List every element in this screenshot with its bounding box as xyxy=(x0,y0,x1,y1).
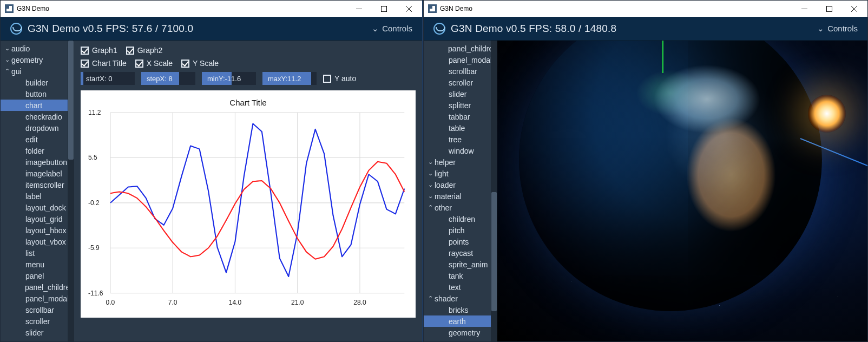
chevron-down-icon: ⌄ xyxy=(372,24,379,34)
tree-item-layout_dock[interactable]: layout_dock xyxy=(1,202,74,213)
tree-item-scrollbar[interactable]: scrollbar xyxy=(1,304,74,315)
tree-item-label: scrollbar xyxy=(11,306,54,314)
tree-item-menu[interactable]: menu xyxy=(1,259,74,270)
tree-item-scroller[interactable]: scroller xyxy=(424,77,497,88)
scrollbar-thumb[interactable] xyxy=(68,41,74,160)
tree-item-loader[interactable]: ⌄loader xyxy=(424,179,497,190)
tree-item-label: menu xyxy=(11,260,44,269)
checkbox-icon xyxy=(81,47,89,55)
tree-item-panel_modal[interactable]: panel_modal xyxy=(424,54,497,65)
tree-item-audio[interactable]: ⌄audio xyxy=(1,43,74,54)
scrollbar-thumb[interactable] xyxy=(491,192,497,311)
maximize-button[interactable] xyxy=(817,1,841,17)
tree-item-geometry[interactable]: ⌄geometry xyxy=(1,54,74,65)
number-slider-3[interactable]: maxY:11.2 xyxy=(262,72,317,85)
sun-light xyxy=(808,95,846,133)
tree-item-helper[interactable]: ⌄helper xyxy=(424,156,497,168)
chevron-down-icon: ⌄ xyxy=(427,170,433,177)
tree-item-sprite_anim[interactable]: sprite_anim xyxy=(424,259,497,270)
tree-item-bricks[interactable]: bricks xyxy=(424,304,497,315)
checkbox-y-auto[interactable]: Y auto xyxy=(323,74,356,83)
tree-item-list[interactable]: list xyxy=(1,247,74,259)
tree-item-checkradio[interactable]: checkradio xyxy=(1,111,74,122)
tree-item-slider[interactable]: slider xyxy=(1,327,74,338)
tree-item-children[interactable]: children xyxy=(424,213,497,225)
checkbox-graph1[interactable]: Graph1 xyxy=(81,46,117,55)
tree-item-text[interactable]: text xyxy=(424,281,497,293)
tree-item-earth[interactable]: earth xyxy=(424,315,497,327)
titlebar-right[interactable]: G3N Demo xyxy=(424,1,867,17)
minimize-button[interactable] xyxy=(792,1,817,17)
tree-item-folder[interactable]: folder xyxy=(1,145,74,156)
tree-item-raycast[interactable]: raycast xyxy=(424,247,497,259)
tree-item-other[interactable]: ⌃other xyxy=(424,202,497,213)
tree-item-label: tank xyxy=(435,272,463,280)
tree-item-geometry[interactable]: geometry xyxy=(424,327,497,338)
tree-item-button[interactable]: button xyxy=(1,88,74,100)
tree-item-layout_vbox[interactable]: layout_vbox xyxy=(1,236,74,247)
x-tick: 7.0 xyxy=(168,299,177,306)
tree-item-tank[interactable]: tank xyxy=(424,270,497,281)
close-button[interactable] xyxy=(841,1,866,17)
tree-item-layout_grid[interactable]: layout_grid xyxy=(1,213,74,225)
tree-item-panel_children[interactable]: panel_children xyxy=(424,43,497,54)
tree-item-tabbar[interactable]: tabbar xyxy=(424,111,497,122)
tree-item-label: panel xyxy=(11,272,44,280)
minimize-button[interactable] xyxy=(346,1,371,17)
tree-item-tree[interactable]: tree xyxy=(424,134,497,145)
tree-item-window[interactable]: window xyxy=(424,145,497,156)
checkbox-x-scale[interactable]: X Scale xyxy=(135,59,173,68)
tree-item-shader[interactable]: ⌃shader xyxy=(424,293,497,304)
x-tick: 14.0 xyxy=(229,299,241,306)
tree-item-gui[interactable]: ⌃gui xyxy=(1,65,74,77)
viewport-3d[interactable] xyxy=(497,41,867,341)
checkbox-graph2[interactable]: Graph2 xyxy=(126,46,163,55)
checkbox-icon xyxy=(126,47,134,55)
checkbox-chart-title[interactable]: Chart Title xyxy=(81,59,127,68)
tree-item-edit[interactable]: edit xyxy=(1,134,74,145)
tree-item-scrollbar[interactable]: scrollbar xyxy=(424,65,497,77)
tree-item-label[interactable]: label xyxy=(1,190,74,202)
tree-item-label: text xyxy=(435,283,461,292)
tree-item-panel_modal[interactable]: panel_modal xyxy=(1,293,74,304)
tree-item-light[interactable]: ⌄light xyxy=(424,168,497,179)
tree-item-label: checkradio xyxy=(11,113,62,121)
tree-item-table[interactable]: table xyxy=(424,122,497,134)
controls-dropdown[interactable]: ⌄ Controls xyxy=(817,24,858,34)
checkbox-y-scale[interactable]: Y Scale xyxy=(181,59,219,68)
tree-item-label: light xyxy=(435,169,449,178)
tree-item-panel[interactable]: panel xyxy=(1,270,74,281)
tree-item-splitter[interactable]: splitter xyxy=(424,100,497,111)
tree-item-scroller[interactable]: scroller xyxy=(1,315,74,327)
tree-item-panel_children[interactable]: panel_children xyxy=(1,281,74,293)
chart-title: Chart Title xyxy=(86,98,410,107)
chevron-down-icon: ⌄ xyxy=(427,181,433,188)
tree-item-slider[interactable]: slider xyxy=(424,88,497,100)
number-slider-1[interactable]: stepX: 8 xyxy=(141,72,195,85)
tree-item-itemscroller[interactable]: itemscroller xyxy=(1,179,74,190)
number-slider-2[interactable]: minY:-11.6 xyxy=(202,72,256,85)
tree-item-chart[interactable]: chart xyxy=(1,100,74,111)
tree-item-material[interactable]: ⌄material xyxy=(424,190,497,202)
titlebar-left[interactable]: G3N Demo xyxy=(1,1,422,17)
tree-item-imagebutton[interactable]: imagebutton xyxy=(1,156,74,168)
number-slider-0[interactable]: startX: 0 xyxy=(81,72,135,85)
tree-item-points[interactable]: points xyxy=(424,236,497,247)
tree-item-builder[interactable]: builder xyxy=(1,77,74,88)
tree-item-label: dropdown xyxy=(11,124,59,133)
app-icon xyxy=(428,4,437,13)
close-button[interactable] xyxy=(396,1,421,17)
tree-item-layout_hbox[interactable]: layout_hbox xyxy=(1,225,74,236)
axis-line-green xyxy=(662,41,663,73)
tree-item-pitch[interactable]: pitch xyxy=(424,225,497,236)
scrollbar-track[interactable] xyxy=(68,41,74,341)
scrollbar-track[interactable] xyxy=(491,41,497,341)
y-tick: 5.5 xyxy=(88,154,97,161)
tree-item-label: shader xyxy=(435,294,458,303)
maximize-button[interactable] xyxy=(371,1,396,17)
tree-item-dropdown[interactable]: dropdown xyxy=(1,122,74,134)
chevron-up-icon: ⌃ xyxy=(427,295,433,302)
y-tick: 11.2 xyxy=(88,109,101,116)
controls-dropdown[interactable]: ⌄ Controls xyxy=(372,24,412,34)
tree-item-imagelabel[interactable]: imagelabel xyxy=(1,168,74,179)
